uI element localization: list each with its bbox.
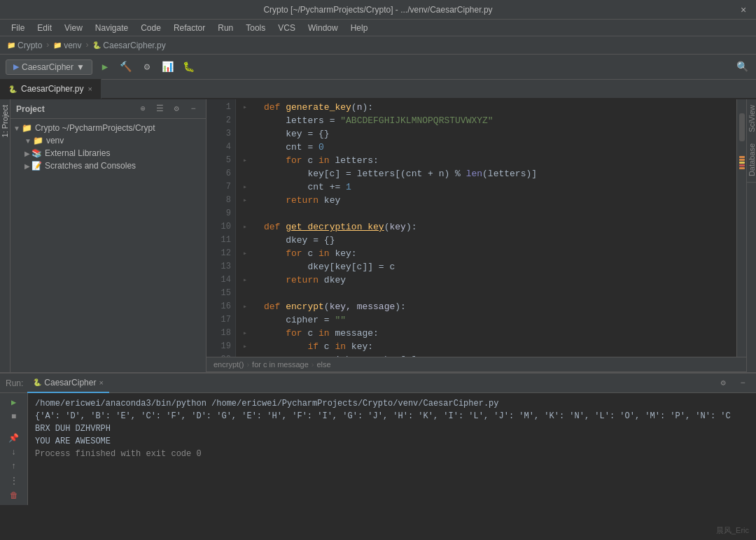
breadcrumb-venv[interactable]: venv [64,41,81,50]
code-line-12: ▸ for c in key: [243,247,736,260]
tree-arrow-scratches: ▶ [24,162,30,170]
menu-item-navigate[interactable]: Navigate [90,22,134,34]
run-rerun-button[interactable]: ▶ [6,397,22,408]
close-button[interactable]: × [738,4,749,15]
project-tree: ▼ 📁 Crypto ~/PycharmProjects/Crypt ▼ 📁 v… [10,119,206,372]
minimize-sidebar-button[interactable]: − [186,102,200,116]
menu-item-refactor[interactable]: Refactor [168,22,211,34]
gutter-mark-3 [739,162,745,164]
project-panel-tab[interactable]: 1: Project [0,99,10,143]
breadcrumb-sep-2: › [85,40,90,50]
profile-button[interactable]: 📊 [160,59,176,76]
fold-btn-7[interactable]: ▸ [243,180,253,194]
code-tokens-17: cipher = "" [264,313,346,327]
tree-item-venv[interactable]: ▼ 📁 venv [10,134,206,147]
code-tokens-1: def generate_key(n): [264,101,373,114]
run-panel-header: Run: 🐍 CaesarCipher × ⚙ − [0,374,756,393]
tab-bar: 🐍 CaesarCipher.py × [0,80,756,99]
breadcrumb-file[interactable]: CaesarCipher.py [103,41,165,50]
code-line-18: ▸ for c in message: [243,327,736,340]
run-stop-button[interactable]: ■ [6,412,22,422]
nav-else[interactable]: else [316,360,330,369]
code-tokens-16: def encrypt(key, message): [264,300,406,313]
toolbar-right: 🔍 [734,59,750,76]
fold-btn-1[interactable]: ▸ [243,101,253,114]
run-tab-caesarcipher[interactable]: 🐍 CaesarCipher × [27,374,108,393]
code-line-19: ▸ if c in key: [243,340,736,353]
run-pin-button[interactable]: 📌 [6,433,22,443]
menu-bar: FileEditViewNavigateCodeRefactorRunTools… [0,20,756,36]
code-line-9 [243,207,736,220]
code-tokens-7: cnt += 1 [264,180,351,194]
menu-item-vcs[interactable]: VCS [272,22,301,34]
menu-item-code[interactable]: Code [135,22,167,34]
tree-label-scratches: Scratches and Consoles [45,161,136,171]
fold-btn-12[interactable]: ▸ [243,247,253,260]
menu-item-tools[interactable]: Tools [240,22,271,34]
fold-btn-5[interactable]: ▸ [243,154,253,167]
run-panel: Run: 🐍 CaesarCipher × ⚙ − ▶ ■ 📌 ↓ ↑ ⋮ 🗑 … [0,372,756,505]
code-view: 123456789101112131415161718192021222324 … [206,99,746,357]
run-more-button[interactable]: ⋮ [6,476,22,486]
code-tokens-12: for c in key: [264,247,357,260]
tree-label-crypto: Crypto ~/PycharmProjects/Crypt [35,123,155,133]
tree-item-crypto-root[interactable]: ▼ 📁 Crypto ~/PycharmProjects/Crypt [10,122,206,134]
menu-item-view[interactable]: View [59,22,88,34]
breadcrumb-project[interactable]: Crypto [18,41,42,50]
search-everywhere-button[interactable]: 🔍 [734,59,750,76]
run-tab-close[interactable]: × [99,378,103,387]
menu-item-edit[interactable]: Edit [31,22,57,34]
coverage-button[interactable]: ⚙ [139,59,155,76]
code-line-1: ▸def generate_key(n): [243,101,736,114]
run-scroll-down-button[interactable]: ↓ [6,448,22,457]
menu-item-run[interactable]: Run [212,22,239,34]
run-minimize-button[interactable]: − [735,376,750,391]
collapse-all-button[interactable]: ☰ [153,102,167,116]
fold-btn-16[interactable]: ▸ [243,300,253,313]
fold-btn-19[interactable]: ▸ [243,340,253,353]
scrollbar-thumb[interactable] [739,113,745,141]
settings-button[interactable]: ⚙ [169,102,183,116]
tab-close-button[interactable]: × [88,85,92,93]
tab-label: CaesarCipher.py [21,84,83,94]
run-settings-button[interactable]: ⚙ [715,376,731,391]
fold-btn-18[interactable]: ▸ [243,327,253,340]
menu-item-help[interactable]: Help [345,22,374,34]
build-button[interactable]: 🔨 [118,59,134,76]
left-panel-tabs: 1: Project [0,99,10,372]
project-folder-icon: 📁 [22,123,32,133]
code-editor[interactable]: ▸def generate_key(n): letters = "ABCDEFG… [236,99,736,357]
run-scroll-up-button[interactable]: ↑ [6,462,22,471]
tree-arrow-crypto: ▼ [13,125,20,132]
add-content-button[interactable]: ⊕ [136,102,150,116]
run-config-selector[interactable]: ▶ CaesarCipher ▼ [6,59,92,75]
code-tokens-11: dkey = {} [264,234,335,247]
fold-btn-14[interactable]: ▸ [243,273,253,287]
fold-btn-8[interactable]: ▸ [243,194,253,207]
tree-item-external-libraries[interactable]: ▶ 📚 External Libraries [10,147,206,159]
run-header-actions: ⚙ − [715,376,750,391]
sidebar-header: Project ⊕ ☰ ⚙ − [10,99,206,119]
run-delete-button[interactable]: 🗑 [6,490,22,501]
debug-button[interactable]: 🐛 [181,59,197,76]
code-tokens-5: for c in letters: [264,154,379,167]
run-output: /home/ericwei/anaconda3/bin/python /home… [28,393,756,505]
tab-file-icon: 🐍 [8,85,17,93]
tree-item-scratches[interactable]: ▶ 📝 Scratches and Consoles [10,159,206,172]
breadcrumb-bar: 📁 Crypto › 📁 venv › 🐍 CaesarCipher.py [0,36,756,55]
code-line-3: key = {} [243,127,736,141]
code-tokens-6: key[c] = letters[(cnt + n) % len(letters… [264,167,537,180]
database-panel-tab[interactable]: Database [747,138,757,183]
run-button[interactable]: ▶ [97,59,113,76]
toolbar: ▶ CaesarCipher ▼ ▶ 🔨 ⚙ 📊 🐛 🔍 [0,55,756,80]
menu-item-file[interactable]: File [6,22,30,34]
sciview-panel-tab[interactable]: SciView [747,99,757,138]
code-tokens-14: return dkey [264,273,346,287]
code-line-14: ▸ return dkey [243,273,736,287]
nav-for-c[interactable]: for c in message [252,360,309,369]
nav-encrypt[interactable]: encrypt() [214,360,244,369]
editor-tab-caesarcipher[interactable]: 🐍 CaesarCipher.py × [0,79,102,99]
code-tokens-3: key = {} [264,127,330,141]
menu-item-window[interactable]: Window [302,22,344,34]
fold-btn-10[interactable]: ▸ [243,220,253,234]
